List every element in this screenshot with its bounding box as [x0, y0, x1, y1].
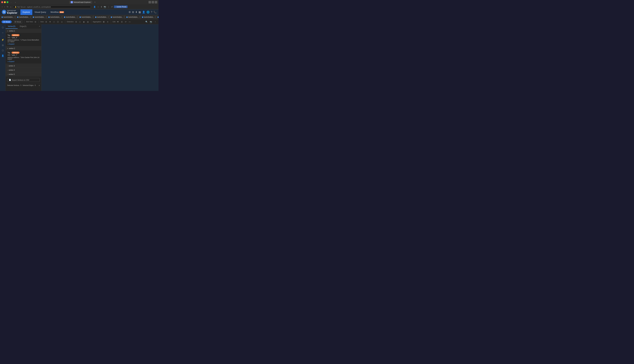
settings-icon-appbar[interactable]: ⚙ [128, 10, 131, 14]
tab-dot-4 [48, 16, 50, 18]
auto-icon-2[interactable]: ✕ [48, 20, 52, 24]
home-button[interactable]: ⌂ [10, 5, 12, 8]
browser-tab[interactable]: N NebulaGraph Explorer [69, 1, 92, 4]
phone-icon[interactable]: 📞 [154, 10, 157, 14]
tab-close-10[interactable]: × [155, 16, 156, 18]
auto-icon-5[interactable]: ◇ [60, 20, 64, 24]
layout-icon[interactable]: ⊞ [132, 10, 134, 14]
sidebar-filter-icon[interactable]: ⚡ [0, 38, 5, 42]
tab-1[interactable]: basketballpla... × [0, 15, 16, 19]
sidebar-hexagon-icon[interactable]: ⬡ [0, 48, 5, 52]
window-control-3[interactable] [155, 1, 157, 4]
sidebar-person-icon[interactable]: 👤 [0, 54, 5, 58]
window-control-1[interactable] [148, 1, 151, 4]
back-button[interactable]: ‹ [9, 0, 13, 4]
tab-close-3[interactable]: × [46, 16, 47, 18]
detection-icon-1[interactable]: ⊙ [74, 20, 78, 24]
tab-close-1[interactable]: × [14, 16, 16, 18]
tab-close-6[interactable]: × [92, 16, 94, 18]
vertex-header-5[interactable]: › vertex 5 [6, 72, 41, 76]
forward-button[interactable]: › [14, 0, 17, 4]
vertex-tab[interactable]: Vertex(5) [6, 24, 18, 29]
tab-3[interactable]: basketballpla... × [31, 15, 47, 19]
update-ready-button[interactable]: ↑ Update Ready [114, 6, 128, 8]
share-icon-toolbar[interactable]: ↑ [154, 20, 157, 24]
user-icon-appbar[interactable]: 👤 [142, 10, 145, 14]
close-traffic-light[interactable] [1, 1, 3, 3]
vertex-section-3: › vertex 3 [6, 64, 41, 68]
tab-6[interactable]: basketballpla... × [78, 15, 94, 19]
browser-tab-title: NebulaGraph Explorer [74, 1, 91, 3]
tab-7[interactable]: basketballpla... × [94, 15, 109, 19]
download-icon-appbar[interactable]: ⬇ [135, 10, 137, 14]
new-tab-button[interactable]: + [93, 0, 96, 4]
tab-close-7[interactable]: × [108, 16, 109, 18]
fullscreen-traffic-light[interactable] [6, 1, 8, 3]
tab-5[interactable]: basketballpla... × [62, 15, 78, 19]
tab-label-1: basketballpla... [4, 16, 14, 18]
tab-11[interactable]: basketballpla... × [156, 15, 158, 19]
sidebar-node-icon[interactable]: ⬡ [0, 25, 5, 30]
auto-icon-3[interactable]: □ [52, 20, 56, 24]
profile-icon[interactable]: 👤 [93, 6, 96, 8]
traffic-lights [1, 1, 8, 3]
tab-9[interactable]: basketballpla... × [125, 15, 140, 19]
edge-tab[interactable]: Edge(0) [18, 24, 29, 29]
share-icon[interactable]: 🌐 [146, 10, 150, 14]
tab-4[interactable]: basketballpla... × [47, 15, 62, 19]
tab-close-4[interactable]: × [61, 16, 62, 18]
bird-view-icon[interactable]: ⊙ [34, 20, 37, 24]
page-forward-button[interactable]: › [4, 5, 6, 8]
tab-8[interactable]: basketballpla... × [109, 15, 125, 19]
edit-icon-2[interactable]: ⊙ [120, 20, 124, 24]
table-icon[interactable]: ▦ [138, 10, 141, 14]
vertex-header-2[interactable]: ▾ vertex 2 [6, 46, 41, 50]
expand-link-2[interactable]: ∨ Expand [8, 61, 40, 62]
vertex-header-4[interactable]: › vertex 4 [6, 68, 41, 72]
aggregation-icon-2[interactable]: ≡ [106, 20, 109, 24]
mode-3d-button[interactable]: 3D Mode [13, 20, 23, 24]
sync-icon[interactable]: ↺ [111, 6, 113, 8]
minimize-traffic-light[interactable] [4, 1, 6, 3]
camera-icon[interactable]: 📷 [149, 20, 152, 24]
tab-close-2[interactable]: × [30, 16, 31, 18]
vertex-header-3[interactable]: › vertex 3 [6, 64, 41, 68]
nav-visual-query[interactable]: Visual Query [32, 9, 48, 15]
more-icon[interactable]: ⋮ [107, 6, 110, 8]
detection-icon-2[interactable]: □ [78, 20, 82, 24]
auto-icon-4[interactable]: ⬡ [56, 20, 60, 24]
edit-icon-1[interactable]: 👁 [116, 20, 120, 24]
vertex-header-1[interactable]: ▾ vertex 1 [6, 29, 41, 33]
tab-close-8[interactable]: × [124, 16, 125, 18]
tab-close-9[interactable]: × [139, 16, 140, 18]
help-icon-appbar[interactable]: ? [151, 11, 152, 14]
detection-icon-4[interactable]: ◎ [86, 20, 90, 24]
expand-link-1[interactable]: ∨ Expand [8, 43, 40, 45]
tab-10[interactable]: basketballpla... × [140, 15, 156, 19]
aggregation-icon-1[interactable]: ⊞ [102, 20, 106, 24]
search-icon[interactable]: 🔍 [145, 20, 148, 24]
page-back-button[interactable]: ‹ [1, 5, 3, 8]
graph-canvas[interactable]: follow follow follow follow lived_in liv… [42, 24, 158, 91]
detection-icon-3[interactable]: ◈ [82, 20, 86, 24]
address-input[interactable]: 🔒 Not Secure explorer.vesoft-inc.com/exp… [13, 6, 91, 8]
tab-close-5[interactable]: × [77, 16, 78, 18]
bookmark-icon[interactable]: ☆ [97, 6, 99, 8]
auto-icon-1[interactable]: ⊙ [44, 20, 48, 24]
edit-icon-4[interactable]: — [128, 20, 131, 24]
export-csv-button[interactable]: 📄 Export Vertices to CSV [7, 78, 40, 82]
refresh-button[interactable]: ↻ [6, 5, 9, 8]
sidebar-schema-icon[interactable]: ◎ [0, 43, 5, 47]
appbar-right: ⚙ ⊞ ⬇ ▦ 👤 🌐 ? 📞 [128, 10, 157, 14]
mode-2d-button[interactable]: 2D Mode [2, 20, 12, 23]
download-icon[interactable]: ⬇ [100, 6, 102, 8]
tab-2[interactable]: basketballpla... × [16, 15, 31, 19]
sidebar-edge-icon[interactable]: ↔ [0, 30, 5, 35]
edit-icon-3[interactable]: ↩ [124, 20, 128, 24]
nav-explorer[interactable]: Explorer [20, 9, 32, 15]
window-control-2[interactable] [152, 1, 154, 4]
nav-workflow[interactable]: Workflow Beta [48, 9, 66, 15]
screenshot-icon[interactable]: 📷 [104, 6, 106, 8]
panel-close-button[interactable]: × [38, 24, 41, 29]
vertex-section-2: ▾ vertex 2 Tag : address VID : "addr_7" … [6, 46, 41, 64]
